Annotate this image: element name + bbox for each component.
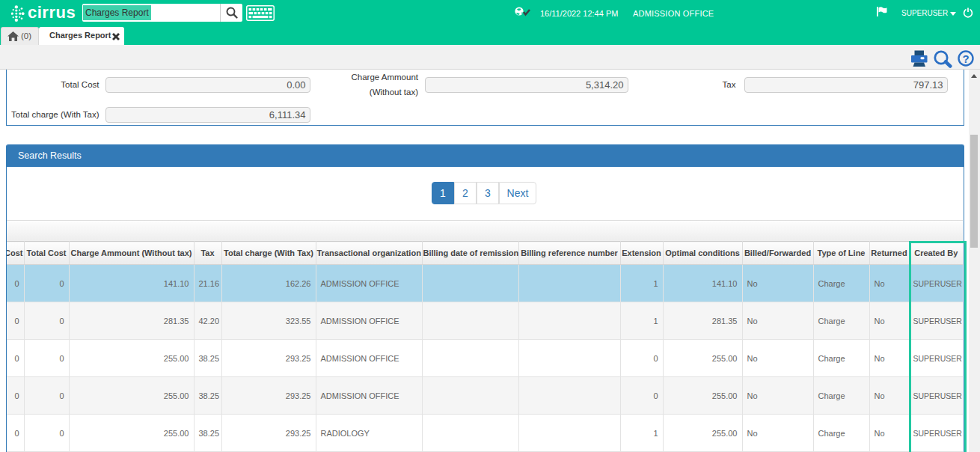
svg-text:?: ? [962, 52, 969, 65]
